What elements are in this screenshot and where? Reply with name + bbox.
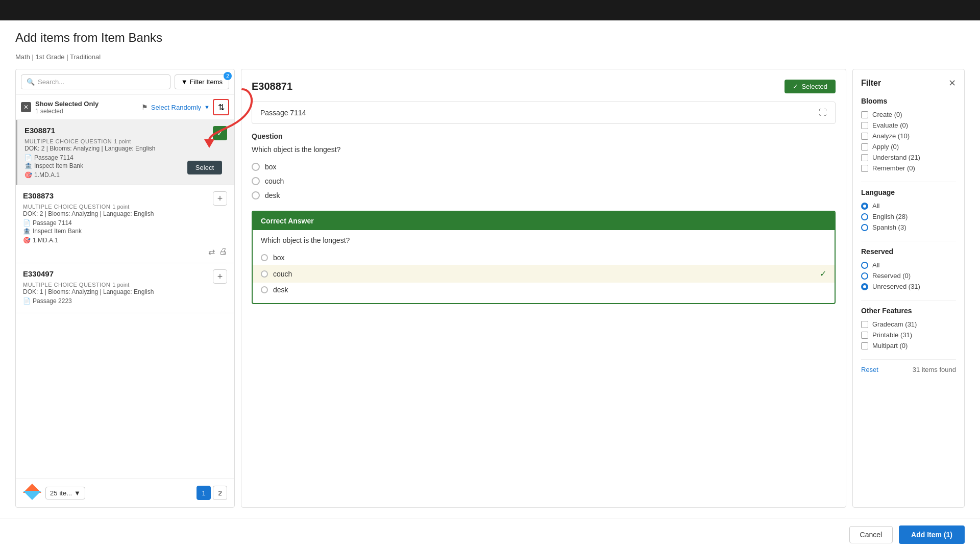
other-multipart[interactable]: Multipart (0) bbox=[861, 340, 956, 351]
radio-reserved[interactable] bbox=[861, 272, 868, 280]
checkbox-remember[interactable] bbox=[861, 165, 868, 172]
item-standard-2: 🎯 1.MD.A.1 bbox=[23, 237, 227, 244]
sort-icon: ⇅ bbox=[218, 103, 225, 112]
radio-sm-couch bbox=[261, 270, 268, 278]
answer-option-couch: couch bbox=[252, 174, 836, 188]
answer-text-couch: couch bbox=[265, 177, 284, 185]
page-subtitle: Math | 1st Grade | Traditional bbox=[15, 53, 965, 61]
correct-answer-header: Correct Answer bbox=[253, 212, 835, 230]
radio-unreserved[interactable] bbox=[861, 283, 868, 290]
item-passage-2: Passage 7114 bbox=[33, 219, 72, 227]
select-button-1[interactable]: Select bbox=[187, 161, 222, 174]
checkbox-printable[interactable] bbox=[861, 332, 868, 339]
sort-button[interactable]: ⇅ bbox=[213, 99, 229, 115]
blooms-apply[interactable]: Apply (0) bbox=[861, 141, 956, 152]
page-btn-2[interactable]: 2 bbox=[213, 486, 227, 500]
selected-badge-button[interactable]: ✓ Selected bbox=[785, 80, 836, 93]
language-english[interactable]: English (28) bbox=[861, 211, 956, 222]
page-title: Add items from Item Banks bbox=[15, 31, 965, 45]
blooms-analyze[interactable]: Analyze (10) bbox=[861, 131, 956, 141]
correct-answer-body: Which object is the longest? box couch ✓ bbox=[253, 230, 835, 303]
select-randomly-button[interactable]: Select Randomly bbox=[151, 104, 201, 111]
close-filter-button[interactable]: ✕ bbox=[948, 78, 956, 89]
checkbox-create[interactable] bbox=[861, 111, 868, 118]
question-label: Question bbox=[252, 132, 836, 140]
search-input[interactable]: 🔍 Search... bbox=[21, 74, 170, 89]
selected-badge-label: Selected bbox=[801, 83, 827, 90]
radio-desk bbox=[252, 191, 260, 199]
item-card-e330497[interactable]: E330497 MULTIPLE CHOICE QUESTION 1 point… bbox=[16, 263, 234, 313]
item-id-2: E308873 bbox=[23, 191, 129, 200]
radio-reserved-all[interactable] bbox=[861, 262, 868, 269]
language-spanish[interactable]: Spanish (3) bbox=[861, 222, 956, 233]
item-id-1: E308871 bbox=[24, 126, 131, 135]
passage-icon-3: 📄 bbox=[23, 297, 31, 305]
filter-items-button[interactable]: ▼ Filter Items 2 bbox=[175, 74, 229, 89]
logo-area bbox=[23, 484, 41, 502]
correct-answer-section: Correct Answer Which object is the longe… bbox=[252, 211, 836, 304]
other-printable[interactable]: Printable (31) bbox=[861, 330, 956, 340]
blooms-title: Blooms bbox=[861, 97, 956, 105]
item-card-e308873[interactable]: E308873 MULTIPLE CHOICE QUESTION 1 point… bbox=[16, 185, 234, 263]
close-selected-button[interactable]: ✕ bbox=[21, 102, 31, 112]
checkbox-analyze[interactable] bbox=[861, 133, 868, 140]
item-type-1: MULTIPLE CHOICE QUESTION bbox=[24, 138, 112, 144]
item-add-btn-3[interactable]: + bbox=[213, 269, 227, 284]
correct-option-box: box bbox=[261, 251, 826, 265]
label-remember: Remember (0) bbox=[872, 164, 915, 172]
radio-language-all[interactable] bbox=[861, 203, 868, 210]
blooms-understand[interactable]: Understand (21) bbox=[861, 152, 956, 163]
reset-button[interactable]: Reset bbox=[861, 366, 878, 373]
blooms-create[interactable]: Create (0) bbox=[861, 109, 956, 120]
checkbox-apply[interactable] bbox=[861, 143, 868, 151]
checkbox-understand[interactable] bbox=[861, 154, 868, 161]
radio-couch bbox=[252, 177, 260, 185]
label-unreserved: Unreserved (31) bbox=[872, 283, 920, 290]
language-all[interactable]: All bbox=[861, 201, 956, 211]
item-type-3: MULTIPLE CHOICE QUESTION bbox=[23, 282, 110, 288]
checkbox-gradecam[interactable] bbox=[861, 321, 868, 328]
item-passage-3: Passage 2223 bbox=[33, 297, 72, 305]
label-evaluate: Evaluate (0) bbox=[872, 121, 908, 129]
label-english: English (28) bbox=[872, 213, 908, 220]
divider-3 bbox=[861, 300, 956, 300]
reserved-title: Reserved bbox=[861, 247, 956, 256]
add-item-button[interactable]: Add Item (1) bbox=[899, 525, 965, 544]
answer-text-desk: desk bbox=[265, 191, 280, 199]
item-card-e308871[interactable]: E308871 MULTIPLE CHOICE QUESTION 1 point… bbox=[16, 120, 234, 185]
item-select-check-1[interactable]: ✓ bbox=[213, 126, 227, 140]
blooms-evaluate[interactable]: Evaluate (0) bbox=[861, 120, 956, 131]
label-spanish: Spanish (3) bbox=[872, 223, 906, 231]
print-icon-2[interactable]: 🖨 bbox=[219, 247, 227, 257]
reserved-reserved[interactable]: Reserved (0) bbox=[861, 270, 956, 281]
filter-footer: Reset 31 items found bbox=[861, 359, 956, 373]
answer-text-box: box bbox=[265, 163, 277, 171]
correct-text-couch: couch bbox=[273, 270, 292, 278]
radio-english[interactable] bbox=[861, 213, 868, 220]
page-btn-1[interactable]: 1 bbox=[197, 486, 211, 500]
label-create: Create (0) bbox=[872, 111, 902, 118]
item-bank-1[interactable]: Inspect Item Bank bbox=[34, 162, 83, 169]
item-meta-2: DOK: 2 | Blooms: Analyzing | Language: E… bbox=[23, 210, 227, 217]
blooms-section: Blooms Create (0) Evaluate (0) Analyze (… bbox=[861, 97, 956, 173]
reserved-all[interactable]: All bbox=[861, 260, 956, 270]
other-gradecam[interactable]: Gradecam (31) bbox=[861, 319, 956, 330]
label-printable: Printable (31) bbox=[872, 331, 912, 339]
standard-text-1: 1.MD.A.1 bbox=[34, 171, 60, 179]
item-add-btn-2[interactable]: + bbox=[213, 191, 227, 206]
expand-icon[interactable]: ⛶ bbox=[819, 108, 827, 117]
radio-spanish[interactable] bbox=[861, 224, 868, 231]
checkbox-multipart[interactable] bbox=[861, 342, 868, 349]
cancel-button[interactable]: Cancel bbox=[849, 526, 893, 543]
radio-sm-desk bbox=[261, 286, 268, 293]
other-features-section: Other Features Gradecam (31) Printable (… bbox=[861, 307, 956, 351]
reserved-unreserved[interactable]: Unreserved (31) bbox=[861, 281, 956, 292]
share-icon-2[interactable]: ⇄ bbox=[208, 247, 215, 257]
item-meta-3: DOK: 1 | Blooms: Analyzing | Language: E… bbox=[23, 288, 227, 295]
page-size-select[interactable]: 25 ite... ▼ bbox=[45, 487, 85, 499]
blooms-remember[interactable]: Remember (0) bbox=[861, 163, 956, 173]
checkbox-evaluate[interactable] bbox=[861, 122, 868, 129]
item-detail-header: E308871 ✓ Selected bbox=[252, 80, 836, 93]
label-reserved-all: All bbox=[872, 261, 879, 269]
correct-text-desk: desk bbox=[273, 286, 288, 294]
